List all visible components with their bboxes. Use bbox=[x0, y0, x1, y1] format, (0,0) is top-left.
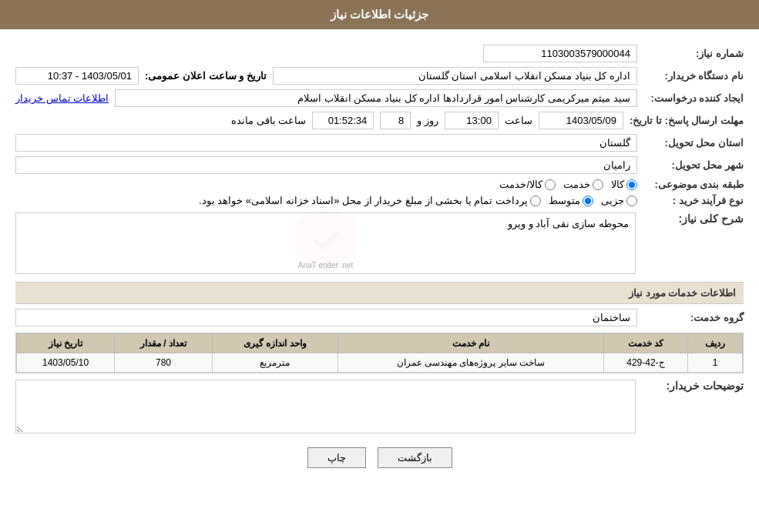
purchase-option-esnad: پرداخت تمام یا بخشی از مبلغ خریدار از مح… bbox=[199, 195, 541, 206]
cell-unit: مترمربع bbox=[213, 353, 338, 373]
category-radio-kala-khadamat[interactable] bbox=[545, 179, 556, 190]
creator-row: ایجاد کننده درخواست: سید میثم میرکریمی ک… bbox=[15, 89, 744, 107]
buyer-notes-label: توضیحات خریدار: bbox=[643, 380, 744, 392]
buyer-notes-box-wrapper bbox=[15, 380, 636, 436]
category-label: طبقه بندی موضوعی: bbox=[643, 179, 744, 190]
province-label: استان محل تحویل: bbox=[643, 137, 744, 149]
purchase-type-label: نوع فرآیند خرید : bbox=[643, 195, 744, 206]
cell-row: 1 bbox=[688, 353, 743, 373]
cell-quantity: 780 bbox=[115, 353, 213, 373]
category-radio-group: کالا خدمت کالا/خدمت bbox=[499, 179, 637, 190]
purchase-radio-mottavaset[interactable] bbox=[583, 196, 593, 206]
category-radio-kala[interactable] bbox=[626, 179, 637, 190]
category-label-kala-khadamat: کالا/خدمت bbox=[499, 179, 542, 190]
cell-date: 1403/05/10 bbox=[17, 353, 115, 373]
city-row: شهر محل تحویل: رامیان bbox=[15, 156, 744, 174]
category-label-kala: کالا bbox=[611, 179, 624, 190]
description-box: AnaT ender .net محوطه سازی نقی آباد و وی… bbox=[15, 212, 636, 274]
category-option-kala: کالا bbox=[611, 179, 637, 190]
city-value: رامیان bbox=[15, 156, 637, 174]
description-box-wrapper: AnaT ender .net محوطه سازی نقی آباد و وی… bbox=[15, 212, 636, 274]
department-value: اداره کل بنیاد مسکن انقلاب اسلامی استان … bbox=[273, 67, 637, 85]
service-group-label: گروه خدمت: bbox=[643, 312, 744, 323]
buyer-notes-textarea[interactable] bbox=[15, 380, 636, 433]
category-radio-khadamat[interactable] bbox=[593, 179, 603, 190]
province-value: گلستان bbox=[15, 134, 637, 152]
header-title: جزئیات اطلاعات نیاز bbox=[331, 8, 428, 21]
department-label: نام دستگاه خریدار: bbox=[643, 70, 744, 82]
service-table-wrapper: ردیف کد خدمت نام خدمت واحد اندازه گیری ت… bbox=[15, 333, 744, 373]
purchase-option-jozei: جزیی bbox=[601, 195, 637, 206]
purchase-type-row: نوع فرآیند خرید : جزیی متوسط پرداخت تمام… bbox=[15, 195, 744, 206]
page-header: جزئیات اطلاعات نیاز bbox=[0, 0, 759, 29]
table-row: 1 ج-42-429 ساخت سایر پروژه‌های مهندسی عم… bbox=[17, 353, 743, 373]
page-wrapper: جزئیات اطلاعات نیاز شماره نیاز: 11030035… bbox=[0, 0, 759, 532]
reply-deadline-row: مهلت ارسال پاسخ: تا تاریخ: 1403/05/09 سا… bbox=[15, 112, 744, 129]
watermark-text: AnaT ender .net bbox=[298, 261, 354, 269]
creator-value: سید میثم میرکریمی کارشناس امور قراردادها… bbox=[115, 89, 637, 107]
category-label-khadamat: خدمت bbox=[563, 179, 590, 190]
creator-contact-link[interactable]: اطلاعات تماس خریدار bbox=[15, 92, 109, 104]
department-announce-row: نام دستگاه خریدار: اداره کل بنیاد مسکن ا… bbox=[15, 67, 744, 85]
needs-number-label: شماره نیاز: bbox=[643, 48, 744, 59]
cell-name: ساخت سایر پروژه‌های مهندسی عمران bbox=[338, 353, 603, 373]
service-group-row: گروه خدمت: ساختمان bbox=[15, 309, 744, 326]
service-group-value: ساختمان bbox=[15, 309, 637, 326]
purchase-label-mottavaset: متوسط bbox=[549, 195, 580, 206]
col-header-row: ردیف bbox=[688, 334, 743, 353]
province-row: استان محل تحویل: گلستان bbox=[15, 134, 744, 152]
back-button[interactable]: بازگشت bbox=[378, 447, 452, 468]
cell-code: ج-42-429 bbox=[603, 353, 687, 373]
description-value: محوطه سازی نقی آباد و ویرو bbox=[508, 218, 629, 229]
announce-value: 1403/05/01 - 10:37 bbox=[15, 67, 139, 85]
announce-label: تاریخ و ساعت اعلان عمومی: bbox=[145, 70, 267, 82]
category-option-khadamat: خدمت bbox=[563, 179, 603, 190]
reply-remaining-label: ساعت باقی مانده bbox=[231, 115, 306, 126]
description-section: شرح کلی نیاز: AnaT ender .net محوطه سازی… bbox=[15, 212, 744, 274]
col-header-unit: واحد اندازه گیری bbox=[213, 334, 338, 353]
reply-days-value: 8 bbox=[380, 112, 411, 129]
purchase-label-jozei: جزیی bbox=[601, 195, 624, 206]
main-content: شماره نیاز: 1103003579000044 نام دستگاه … bbox=[0, 29, 759, 487]
service-table: ردیف کد خدمت نام خدمت واحد اندازه گیری ت… bbox=[16, 333, 743, 373]
table-header-row: ردیف کد خدمت نام خدمت واحد اندازه گیری ت… bbox=[17, 334, 743, 353]
reply-time-label: ساعت bbox=[505, 115, 532, 126]
needs-number-row: شماره نیاز: 1103003579000044 bbox=[15, 45, 744, 62]
purchase-radio-esnad[interactable] bbox=[530, 196, 541, 206]
creator-label: ایجاد کننده درخواست: bbox=[643, 92, 744, 104]
button-row: بازگشت چاپ bbox=[15, 447, 744, 468]
purchase-type-radio-group: جزیی متوسط پرداخت تمام یا بخشی از مبلغ خ… bbox=[199, 195, 637, 206]
col-header-code: کد خدمت bbox=[603, 334, 687, 353]
buyer-notes-section: توضیحات خریدار: bbox=[15, 380, 744, 436]
col-header-quantity: تعداد / مقدار bbox=[115, 334, 213, 353]
print-button[interactable]: چاپ bbox=[307, 447, 366, 468]
reply-time-value: 13:00 bbox=[445, 112, 499, 129]
description-label: شرح کلی نیاز: bbox=[643, 212, 744, 225]
category-option-kala-khadamat: کالا/خدمت bbox=[499, 179, 556, 190]
service-table-container: ردیف کد خدمت نام خدمت واحد اندازه گیری ت… bbox=[15, 333, 744, 373]
service-info-section-title: اطلاعات خدمات مورد نیاز bbox=[15, 282, 744, 304]
reply-date-value: 1403/05/09 bbox=[539, 112, 623, 129]
city-label: شهر محل تحویل: bbox=[643, 159, 744, 171]
needs-number-value: 1103003579000044 bbox=[483, 45, 637, 62]
reply-day-label: روز و bbox=[417, 115, 438, 126]
col-header-date: تاریخ نیاز bbox=[17, 334, 115, 353]
col-header-name: نام خدمت bbox=[338, 334, 603, 353]
reply-deadline-label: مهلت ارسال پاسخ: تا تاریخ: bbox=[630, 115, 744, 126]
reply-remaining-value: 01:52:34 bbox=[312, 112, 374, 129]
category-row: طبقه بندی موضوعی: کالا خدمت کالا/خدمت bbox=[15, 179, 744, 190]
purchase-option-mottavaset: متوسط bbox=[549, 195, 593, 206]
purchase-radio-jozei[interactable] bbox=[626, 196, 637, 206]
